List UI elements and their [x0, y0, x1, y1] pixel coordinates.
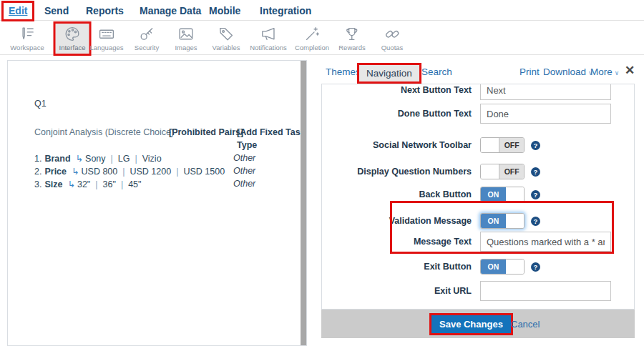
toggle-segment [506, 187, 524, 202]
attribute-number: 3. [34, 179, 42, 189]
attribute-row-size[interactable]: 3.Size↳32"|36"|45" [34, 179, 141, 189]
chevron-down-icon: ∨ [615, 69, 620, 76]
level-separator: | [116, 179, 128, 189]
validation-message-toggle[interactable]: ON [480, 213, 525, 229]
toolbar-item-label: Completion [295, 44, 329, 51]
display-question-numbers-toggle[interactable]: OFF [480, 164, 525, 179]
toolbar-item-label: Languages [89, 44, 123, 51]
attribute-name: Brand [44, 154, 70, 164]
toolbar-item-workspace[interactable]: Workspace [6, 24, 47, 54]
save-annotation-box: Save Changes [429, 313, 513, 335]
toolbar-item-notifications[interactable]: Notifications [246, 24, 291, 54]
toolbar-item-label: Interface [59, 44, 86, 51]
toolbar-item-languages[interactable]: Languages [86, 24, 127, 54]
toggle-segment [506, 214, 524, 228]
top-nav: EditSendReportsManage DataMobileIntegrat… [0, 0, 644, 21]
toolbar-item-label: Quotas [381, 44, 404, 51]
form-row-validation-message: Validation MessageON? [322, 213, 634, 229]
toggle-segment: ON [481, 214, 506, 228]
next-button-text-input[interactable] [480, 84, 611, 100]
exit-button-toggle[interactable]: ON [480, 259, 525, 275]
nav-item-integration[interactable]: Integration [260, 5, 311, 16]
attribute-row-brand[interactable]: 1.Brand↳Sony|LG|Vizio [34, 153, 162, 164]
attribute-level: Sony [85, 154, 106, 164]
help-icon[interactable]: ? [531, 217, 540, 226]
help-icon[interactable]: ? [531, 141, 540, 150]
form-label-next-button-text: Next Button Text [322, 85, 472, 95]
level-separator: | [90, 179, 102, 189]
tab-search[interactable]: Search [421, 66, 452, 77]
type-column-header: Type [237, 140, 257, 150]
level-separator: | [130, 154, 142, 164]
exit-url-input[interactable] [480, 281, 611, 301]
download-link[interactable]: Download∨ [543, 66, 593, 77]
attribute-number: 1. [34, 154, 42, 164]
toolbar-item-completion[interactable]: Completion [291, 24, 333, 54]
done-button-text-input[interactable] [480, 104, 611, 124]
prohibited-pairs-link[interactable]: [Prohibited Pairs] [169, 127, 243, 137]
attribute-name: Size [44, 179, 62, 189]
toolbar-item-rewards[interactable]: Rewards [335, 24, 369, 54]
attribute-type-value: Other [233, 166, 255, 176]
question-type-label: Conjoint Analysis (Discrete Choice) [34, 127, 174, 137]
nav-item-edit[interactable]: Edit [9, 5, 27, 16]
message-text-input[interactable] [480, 232, 611, 252]
help-icon[interactable]: ? [531, 190, 540, 199]
form-label-exit-button: Exit Button [322, 262, 472, 272]
nav-item-manage-data[interactable]: Manage Data [140, 5, 201, 16]
settings-scroll-area: Next Button TextDone Button TextSocial N… [321, 84, 635, 310]
quotas-icon [383, 25, 401, 43]
attribute-level: 36" [103, 179, 116, 189]
social-network-toolbar-toggle[interactable]: OFF [480, 137, 525, 153]
form-row-exit-url: Exit URL [322, 281, 634, 301]
nav-item-send[interactable]: Send [44, 5, 69, 16]
nav-item-reports[interactable]: Reports [86, 5, 124, 16]
form-label-message-text: Message Text [322, 237, 472, 247]
cancel-link[interactable]: Cancel [511, 319, 540, 330]
help-icon[interactable]: ? [531, 167, 540, 177]
toolbar-item-quotas[interactable]: Quotas [378, 24, 407, 54]
add-fixed-tasks-link[interactable]: [Add Fixed Tasks [237, 127, 307, 137]
form-row-done-button-text: Done Button Text [322, 104, 634, 124]
close-icon[interactable]: ✕ [625, 63, 635, 78]
edit-toolbar: WorkspaceInterfaceLanguagesSecurityImage… [0, 21, 644, 55]
form-label-done-button-text: Done Button Text [322, 109, 472, 119]
attribute-number: 2. [34, 167, 42, 177]
attribute-level: USD 1200 [130, 167, 172, 177]
toolbar-item-label: Security [135, 44, 159, 51]
level-separator: | [171, 167, 183, 177]
languages-icon [98, 25, 116, 43]
form-row-message-text: Message Text [322, 232, 634, 252]
app-window: EditSendReportsManage DataMobileIntegrat… [0, 0, 644, 346]
back-button-toggle[interactable]: ON [480, 187, 525, 202]
toggle-segment [506, 260, 524, 274]
left-panel-scrollbar[interactable] [301, 61, 306, 345]
print-link[interactable]: Print [519, 66, 540, 77]
toggle-segment: OFF [499, 164, 524, 179]
form-label-display-question-numbers: Display Question Numbers [322, 167, 472, 177]
help-icon[interactable]: ? [531, 262, 540, 272]
toolbar-item-variables[interactable]: Variables [209, 24, 244, 54]
tab-navigation[interactable]: Navigation [357, 63, 421, 84]
toolbar-item-images[interactable]: Images [171, 24, 200, 54]
form-label-back-button: Back Button [322, 189, 472, 199]
tab-navigation-label: Navigation [366, 68, 412, 79]
attribute-type-value: Other [233, 153, 255, 163]
interface-icon [64, 25, 82, 43]
save-changes-button[interactable]: Save Changes [431, 315, 511, 333]
toggle-segment [481, 164, 499, 179]
nav-item-mobile[interactable]: Mobile [209, 5, 240, 16]
form-label-social-network-toolbar: Social Network Toolbar [322, 140, 472, 150]
toolbar-item-label: Images [175, 44, 197, 51]
level-arrow-icon: ↳ [72, 167, 79, 177]
tab-themes[interactable]: Themes [326, 66, 361, 77]
toolbar-item-label: Variables [213, 44, 240, 51]
toggle-segment: OFF [499, 138, 524, 152]
settings-footer: Save Changes Cancel [321, 310, 635, 338]
toolbar-item-label: Workspace [10, 44, 44, 51]
more-link[interactable]: More∨ [590, 66, 619, 77]
toolbar-item-security[interactable]: Security [131, 24, 162, 54]
attribute-row-price[interactable]: 2.Price↳USD 800|USD 1200|USD 1500 [34, 166, 225, 177]
level-separator: | [106, 154, 118, 164]
toolbar-item-interface[interactable]: Interface [56, 24, 89, 54]
